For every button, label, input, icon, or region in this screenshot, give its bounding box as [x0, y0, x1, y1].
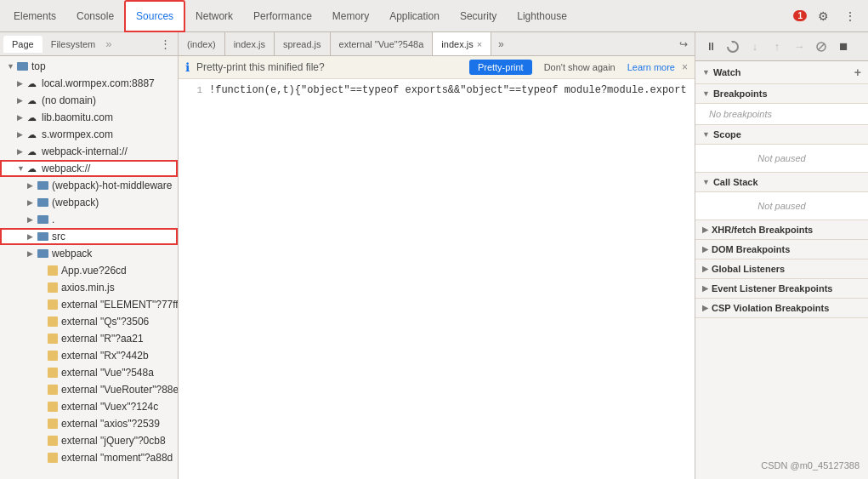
arrow-icon: ▶ [27, 215, 37, 224]
tree-label: . [52, 214, 54, 225]
event-label: Event Listener Breakpoints [712, 283, 832, 294]
subtab-separator: » [104, 37, 113, 50]
dom-section: ▶ DOM Breakpoints [695, 240, 868, 259]
dom-header[interactable]: ▶ DOM Breakpoints [695, 240, 868, 259]
arrow-icon: ▶ [17, 79, 27, 88]
subtab-more-icon[interactable]: ⋮ [156, 37, 174, 50]
tree-item-qs[interactable]: ▶ external "Qs"?3506 [0, 313, 178, 330]
file-tab-index[interactable]: (index) [179, 32, 225, 56]
tree-item-dot[interactable]: ▶ . [0, 211, 178, 228]
step-button[interactable]: → [789, 37, 809, 57]
tree-item-webpack-sub[interactable]: ▶ webpack [0, 245, 178, 262]
file-tree-panel: Page Filesystem » ⋮ ▼ top ▶ ☁ local.worm… [0, 32, 179, 479]
tree-item-element[interactable]: ▶ external "ELEMENT"?77ff [0, 296, 178, 313]
tree-item-r[interactable]: ▶ external "R"?aa21 [0, 330, 178, 347]
tree-label: src [52, 231, 65, 242]
tree-item-nodomain[interactable]: ▶ ☁ (no domain) [0, 92, 178, 109]
callstack-header[interactable]: ▼ Call Stack [695, 173, 868, 192]
event-header[interactable]: ▶ Event Listener Breakpoints [695, 279, 868, 299]
tab-performance[interactable]: Performance [243, 0, 322, 32]
tab-network[interactable]: Network [185, 0, 243, 32]
tree-item-webpack[interactable]: ▼ ☁ webpack:// [0, 160, 178, 177]
close-pretty-bar-icon[interactable]: × [682, 61, 688, 73]
learn-more-link[interactable]: Learn more [627, 62, 675, 72]
file-tab-vue[interactable]: external "Vue"?548a [331, 32, 434, 56]
dom-arrow: ▶ [702, 245, 708, 254]
tree-item-vuerouter[interactable]: ▶ external "VueRouter"?88e9 [0, 381, 178, 398]
step-out-button[interactable]: ↑ [767, 37, 787, 57]
xhr-header[interactable]: ▶ XHR/fetch Breakpoints [695, 220, 868, 240]
watch-header[interactable]: ▼ Watch + [695, 61, 868, 83]
breakpoints-section: ▼ Breakpoints No breakpoints [695, 84, 868, 125]
pause-exceptions-button[interactable]: ⏹ [833, 37, 854, 57]
tab-console[interactable]: Console [66, 0, 124, 32]
tree-label: webpack-internal:// [42, 145, 128, 157]
csp-header[interactable]: ▶ CSP Violation Breakpoints [695, 299, 868, 318]
scope-label: Scope [713, 129, 741, 140]
tab-application[interactable]: Application [379, 0, 450, 32]
tree-item-top[interactable]: ▼ top [0, 58, 178, 75]
tree-item-webpack-folder[interactable]: ▶ (webpack) [0, 194, 178, 211]
tree-item-s-wormpex[interactable]: ▶ ☁ s.wormpex.com [0, 126, 178, 143]
file-tab-overflow[interactable]: » [491, 35, 511, 54]
tree-label: external "moment"?a88d [61, 452, 173, 464]
tree-item-vuex[interactable]: ▶ external "Vuex"?124c [0, 398, 178, 415]
file-tab-indexjs-active[interactable]: index.js × [433, 32, 491, 56]
file-tab-indexjs[interactable]: index.js [225, 32, 275, 56]
file-tabs: (index) index.js spread.js external "Vue… [179, 32, 695, 56]
tree-label: App.vue?26cd [61, 265, 127, 277]
pretty-print-button[interactable]: Pretty-print [469, 60, 532, 75]
more-options-icon[interactable]: ⋮ [839, 5, 861, 27]
tree-label: lib.baomitu.com [42, 111, 113, 123]
pretty-bar-message: Pretty-print this minified file? [196, 61, 462, 73]
settings-icon[interactable]: ⚙ [812, 5, 834, 27]
code-area[interactable]: 1 !function(e,t){"object"==typeof export… [179, 79, 695, 479]
callstack-label: Call Stack [713, 177, 758, 187]
tree-item-appvue[interactable]: ▶ App.vue?26cd [0, 262, 178, 279]
tab-lighthouse[interactable]: Lighthouse [507, 0, 577, 32]
watch-section: ▼ Watch + [695, 61, 868, 84]
tree-label: external "Rx"?442b [61, 350, 149, 362]
dont-show-button[interactable]: Don't show again [539, 60, 621, 75]
tree-item-webpack-internal[interactable]: ▶ ☁ webpack-internal:// [0, 143, 178, 160]
scope-header[interactable]: ▼ Scope [695, 125, 868, 145]
tree-label: local.wormpex.com:8887 [42, 77, 155, 89]
global-label: Global Listeners [712, 264, 785, 274]
tree-item-axios2[interactable]: ▶ external "axios"?2539 [0, 415, 178, 432]
file-tab-label: index.js [441, 39, 473, 49]
folder-icon [17, 62, 28, 71]
tree-item-hot-middleware[interactable]: ▶ (webpack)-hot-middleware [0, 177, 178, 194]
tab-sources[interactable]: Sources [124, 0, 185, 32]
subtab-page[interactable]: Page [3, 36, 43, 53]
tree-label: s.wormpex.com [42, 128, 113, 140]
tree-item-lib[interactable]: ▶ ☁ lib.baomitu.com [0, 109, 178, 126]
debugger-panel: ⏸ ↓ ↑ → ⏹ ▼ W [695, 32, 868, 479]
file-icon [48, 334, 58, 344]
add-watch-icon[interactable]: + [854, 66, 861, 79]
tree-item-moment[interactable]: ▶ external "moment"?a88d [0, 449, 178, 466]
global-header[interactable]: ▶ Global Listeners [695, 259, 868, 279]
step-over-button[interactable] [723, 37, 743, 57]
subtab-filesystem[interactable]: Filesystem [43, 36, 105, 53]
breakpoints-header[interactable]: ▼ Breakpoints [695, 84, 868, 104]
tree-label: external "Vuex"?124c [61, 401, 158, 413]
tree-item-axios[interactable]: ▶ axios.min.js [0, 279, 178, 296]
code-line-1: 1 !function(e,t){"object"==typeof export… [179, 83, 695, 98]
pause-button[interactable]: ⏸ [701, 37, 721, 57]
xhr-label: XHR/fetch Breakpoints [712, 225, 813, 235]
tree-item-jquery[interactable]: ▶ external "jQuery"?0cb8 [0, 432, 178, 449]
tab-memory[interactable]: Memory [322, 0, 379, 32]
tab-security[interactable]: Security [450, 0, 507, 32]
tree-item-rx[interactable]: ▶ external "Rx"?442b [0, 347, 178, 364]
file-tab-goto[interactable]: ↪ [672, 35, 695, 54]
step-into-button[interactable]: ↓ [745, 37, 765, 57]
file-icon [48, 368, 58, 378]
tab-elements[interactable]: Elements [3, 0, 66, 32]
tree-item-local[interactable]: ▶ ☁ local.wormpex.com:8887 [0, 75, 178, 92]
deactivate-button[interactable] [811, 37, 831, 57]
tree-label: external "ELEMENT"?77ff [61, 299, 178, 311]
tree-item-src[interactable]: ▶ src [0, 228, 178, 245]
close-tab-icon[interactable]: × [477, 39, 482, 49]
file-tab-spread[interactable]: spread.js [275, 32, 331, 56]
tree-item-vue[interactable]: ▶ external "Vue"?548a [0, 364, 178, 381]
